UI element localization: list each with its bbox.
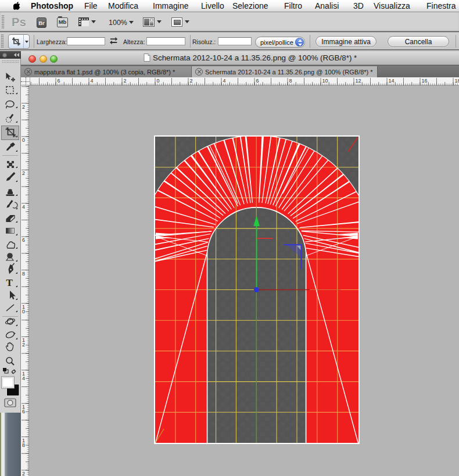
svg-text:2: 2 [22,342,25,348]
svg-text:16: 16 [422,78,428,84]
svg-text:2: 2 [190,78,193,84]
svg-text:6: 6 [22,237,25,243]
svg-text:T: T [6,277,13,288]
svg-text:12: 12 [356,78,361,84]
svg-text:0: 0 [157,78,160,84]
svg-text:2: 2 [22,104,25,110]
svg-text:2: 2 [22,170,25,176]
svg-text:6: 6 [256,78,259,84]
svg-text:0: 0 [22,309,25,314]
svg-text:4: 4 [223,78,226,84]
svg-text:8: 8 [22,271,25,277]
svg-text:0: 0 [22,137,25,143]
svg-text:10: 10 [322,78,328,84]
svg-text:4: 4 [91,78,94,84]
svg-text:6: 6 [58,78,60,84]
svg-text:8: 8 [22,442,25,448]
svg-text:18: 18 [455,78,459,84]
svg-text:4: 4 [22,375,25,381]
svg-text:2: 2 [124,78,127,84]
svg-text:8: 8 [289,78,292,84]
svg-text:14: 14 [389,78,395,84]
svg-text:6: 6 [22,409,25,414]
svg-text:4: 4 [22,204,25,210]
